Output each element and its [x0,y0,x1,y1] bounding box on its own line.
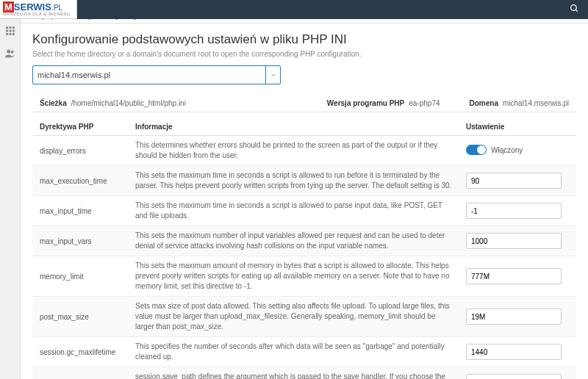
toggle-label: Włączony [491,146,523,154]
svg-point-11 [7,49,10,53]
directive-setting [466,233,569,249]
svg-rect-7 [12,30,14,32]
header-setting: Ustawienie [466,123,569,131]
page-subtitle: Select the home directory or a domain's … [32,50,576,58]
info-dom-label: Domena [470,99,498,107]
directive-setting [466,268,569,284]
directive-info: This sets the maximum amount of memory i… [135,261,466,292]
toggle-switch[interactable] [466,145,487,155]
table-row: post_max_sizeSets max size of post data … [32,297,576,337]
logo-tagline: NARZĘDZIA DLA E-BIZNESU [3,12,71,16]
svg-point-12 [11,50,14,53]
directive-name: session.gc_maxlifetime [40,348,135,356]
table-header: Dyrektywa PHP Informacje Ustawienie [32,118,576,136]
info-ver-value: ea-php74 [409,99,440,107]
table-row: max_input_timeThis sets the maximum time… [32,196,576,226]
svg-point-0 [571,5,577,11]
svg-rect-8 [6,33,8,35]
info-dom-value: michal14.mserwis.pl [503,99,569,107]
svg-rect-9 [9,33,11,35]
directive-info: This specifies the number of seconds aft… [135,342,466,362]
directive-setting [466,203,569,219]
directive-setting [466,173,569,189]
directive-setting: Włączony [466,145,569,156]
info-path-label: Ścieżka [40,99,67,107]
info-ver-label: Wersja programu PHP [327,99,404,107]
setting-input[interactable] [466,233,562,249]
svg-rect-10 [12,33,14,35]
directive-info: Sets max size of post data allowed. This… [135,301,466,332]
table-row: session.gc_maxlifetimeThis specifies the… [32,337,576,367]
directive-name: display_errors [40,147,135,155]
svg-line-1 [576,10,578,12]
setting-input[interactable] [466,173,562,189]
domain-select-value: michal14.mserwis.pl [37,71,110,79]
directives-table: Dyrektywa PHP Informacje Ustawienie disp… [32,118,576,379]
page-title: Konfigurowanie podstawowych ustawień w p… [32,32,576,47]
directive-info: This sets the maximum time in seconds a … [135,201,466,221]
info-row: Ścieżka /home/michal14/public_html/php.i… [32,95,576,112]
users-icon[interactable] [4,47,16,59]
topbar: MSERWIS.PL NARZĘDZIA DLA E-BIZNESU [0,0,588,19]
directive-info: This sets the maximum time in seconds a … [135,170,466,191]
sidebar [0,19,21,379]
svg-rect-4 [12,26,14,29]
setting-input[interactable] [466,344,562,360]
setting-input[interactable] [466,308,562,325]
directive-name: max_input_time [40,207,135,215]
header-info: Informacje [135,123,466,131]
brand-logo[interactable]: MSERWIS.PL NARZĘDZIA DLA E-BIZNESU [0,0,77,19]
directive-name: max_input_vars [40,237,135,245]
setting-input[interactable] [466,203,562,219]
directive-name: post_max_size [40,313,135,321]
svg-rect-6 [9,30,11,32]
grid-icon[interactable] [4,25,16,37]
logo-rest: SERWIS [14,1,51,12]
logo-pl: .PL [51,4,62,12]
table-row: max_execution_timeThis sets the maximum … [32,166,576,196]
logo-m: M [3,1,14,12]
header-directive: Dyrektywa PHP [40,123,135,131]
svg-rect-3 [9,26,11,29]
directive-setting [466,344,569,360]
domain-select[interactable]: michal14.mserwis.pl [32,65,281,84]
table-row: display_errorsThis determines whether er… [32,136,576,166]
directive-setting [466,374,569,379]
main-content: Tryb podstawowy Tryb edytora Konfigurowa… [21,19,588,379]
directive-setting [466,308,569,325]
directive-info: This determines whether errors should be… [135,140,466,161]
directive-name: max_execution_time [40,177,135,185]
chevron-down-icon [265,66,280,84]
info-path-value: /home/michal14/public_html/php.ini [71,99,186,107]
setting-input[interactable] [466,374,562,379]
svg-rect-2 [6,26,8,29]
table-row: memory_limitThis sets the maximum amount… [32,256,576,297]
svg-rect-5 [6,30,8,32]
setting-input[interactable] [466,268,562,284]
table-row: session.save_pathsession.save_path defin… [32,367,576,379]
directive-name: memory_limit [40,272,135,281]
table-row: max_input_varsThis sets the maximum numb… [32,226,576,256]
directive-info: session.save_path defines the argument w… [135,372,466,379]
search-icon[interactable] [570,4,579,15]
directive-info: This sets the maximum number of input va… [135,231,466,251]
